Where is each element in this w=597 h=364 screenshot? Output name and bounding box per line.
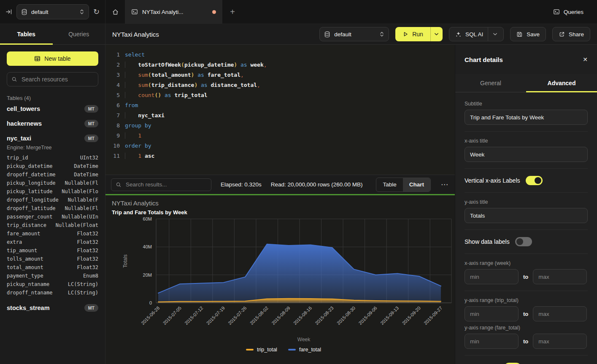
legend-swatch <box>246 349 254 351</box>
show-data-labels-toggle[interactable] <box>515 237 532 246</box>
code-line[interactable]: 11 1 asc <box>109 151 455 161</box>
table-item-nyc_taxi[interactable]: nyc_taxiMT <box>7 131 98 146</box>
search-resources-input[interactable] <box>21 75 94 83</box>
run-button[interactable]: Run <box>395 27 430 41</box>
close-icon[interactable]: ✕ <box>583 56 588 63</box>
database-icon <box>21 9 27 15</box>
code-text: 1 asc <box>120 151 154 161</box>
x-tick-label: 2015-08-02 <box>249 305 269 326</box>
sql-editor[interactable]: 1select2 toStartOfWeek(pickup_datetime) … <box>105 45 455 175</box>
view-chart-button[interactable]: Chart <box>403 178 430 191</box>
x-tick-label: 2015-09-13 <box>379 305 400 326</box>
y-range-trip-max-input[interactable] <box>533 306 587 321</box>
column-type: Nullable(Fl <box>65 179 98 187</box>
view-table-button[interactable]: Table <box>376 178 403 191</box>
code-line[interactable]: 7 nyc_taxi <box>109 111 455 121</box>
x-tick-label: 2015-07-12 <box>184 305 204 326</box>
tab-nytaxi-analytics[interactable]: NYTaxi Analyti... <box>125 0 222 24</box>
results-search[interactable] <box>111 178 211 191</box>
panel-tab-advanced[interactable]: Advanced <box>526 74 597 92</box>
collapse-sidebar-icon[interactable] <box>5 8 12 15</box>
y-range-fare-min-input[interactable] <box>465 334 519 349</box>
x-range-max-input[interactable] <box>533 269 587 284</box>
engine-badge: MT <box>84 105 98 113</box>
column-name: tolls_amount <box>7 255 43 263</box>
line-number: 2 <box>109 60 120 70</box>
run-options-button[interactable] <box>430 27 443 41</box>
sql-ai-button[interactable]: SQL AI <box>449 27 504 41</box>
code-text: toStartOfWeek(pickup_datetime) as week, <box>120 60 267 70</box>
column-row: tip_amountFloat32 <box>7 246 98 255</box>
y-range-fare-max-input[interactable] <box>533 334 587 349</box>
table-item-stocks_stream[interactable]: stocks_streamMT <box>7 300 98 315</box>
engine-badge: MT <box>84 304 98 312</box>
code-line[interactable]: 10order by <box>109 141 455 151</box>
search-results-input[interactable] <box>125 181 207 188</box>
x-tick-label: 2015-08-09 <box>270 305 291 326</box>
code-line[interactable]: 9 1 <box>109 131 455 141</box>
area-chart[interactable]: 020M40M60MTotals2015-06-282015-07-052015… <box>112 216 455 347</box>
database-selector[interactable]: default <box>16 4 89 19</box>
divider <box>465 192 588 193</box>
sidebar-tab-queries[interactable]: Queries <box>53 24 105 44</box>
to-label: to <box>523 274 528 280</box>
home-icon[interactable] <box>105 0 125 24</box>
engine-badge: MT <box>84 135 98 142</box>
subtitle-input[interactable] <box>465 110 588 125</box>
save-button[interactable]: Save <box>510 27 546 41</box>
column-name: dropoff_datetime <box>7 170 56 179</box>
queries-button[interactable]: Queries <box>546 0 591 24</box>
tab-label: NYTaxi Analyti... <box>142 9 208 15</box>
table-item-cell_towers[interactable]: cell_towersMT <box>7 101 98 116</box>
refresh-icon[interactable]: ↻ <box>93 8 100 16</box>
column-type: LC(String) <box>68 289 98 297</box>
sidebar-search[interactable] <box>7 72 98 86</box>
vertical-x-labels-toggle[interactable] <box>526 176 543 185</box>
column-type: Float32 <box>77 229 98 238</box>
table-item-hackernews[interactable]: hackernewsMT <box>7 116 98 131</box>
y-range-trip-min-input[interactable] <box>465 306 519 321</box>
code-line[interactable]: 6from <box>109 100 455 111</box>
column-row: payment_typeEnum8 <box>7 272 98 280</box>
sparkle-icon <box>455 31 462 38</box>
x-tick-label: 2015-09-20 <box>401 305 421 326</box>
code-line[interactable]: 2 toStartOfWeek(pickup_datetime) as week… <box>109 60 455 70</box>
legend-item-fare_total[interactable]: fare_total <box>288 347 321 353</box>
new-tab-button[interactable]: + <box>222 0 243 24</box>
code-line[interactable]: 8group by <box>109 121 455 131</box>
line-number: 9 <box>109 131 120 141</box>
share-button[interactable]: Share <box>552 27 590 41</box>
y-axis-title-input[interactable] <box>465 208 588 223</box>
code-text: group by <box>120 121 151 131</box>
column-type: Float32 <box>77 246 98 255</box>
column-row: pickup_datetimeDateTime <box>7 162 98 170</box>
column-name: dropoff_ntaname <box>7 289 52 297</box>
new-table-button[interactable]: New table <box>7 51 98 66</box>
queries-label: Queries <box>564 9 583 15</box>
y-axis-title-label: y-axis title <box>465 199 588 205</box>
code-line[interactable]: 1select <box>109 50 455 60</box>
sidebar-tab-tables[interactable]: Tables <box>0 24 53 44</box>
code-line[interactable]: 5 count() as trip_total <box>109 90 455 100</box>
code-line[interactable]: 4 sum(trip_distance) as distance_total, <box>109 80 455 90</box>
database-selector-value: default <box>31 9 76 15</box>
code-text: 1 <box>120 131 141 141</box>
to-label: to <box>523 338 528 345</box>
code-line[interactable]: 3 sum(total_amount) as fare_total, <box>109 70 455 80</box>
toolbar-database-selector[interactable]: default <box>319 27 389 41</box>
column-row: total_amountFloat32 <box>7 263 98 272</box>
chart-section: NYTaxi Analytics Trip and Fare Totals by… <box>105 195 455 364</box>
x-range-min-input[interactable] <box>465 269 519 284</box>
column-type: Nullable(Flo <box>62 187 98 196</box>
legend-item-trip_total[interactable]: trip_total <box>246 347 277 353</box>
column-name: dropoff_latitude <box>7 204 56 213</box>
share-icon <box>559 31 565 38</box>
y-tick-label: 0 <box>149 300 152 305</box>
column-type: Nullable(F <box>68 196 98 204</box>
panel-tab-general[interactable]: General <box>455 74 526 92</box>
chevron-down-icon[interactable] <box>493 32 497 36</box>
more-options-icon[interactable]: ⋯ <box>440 180 449 189</box>
x-axis-title-input[interactable] <box>465 147 588 162</box>
code-text: sum(total_amount) as fare_total, <box>120 70 244 80</box>
table-name: stocks_stream <box>7 305 50 311</box>
